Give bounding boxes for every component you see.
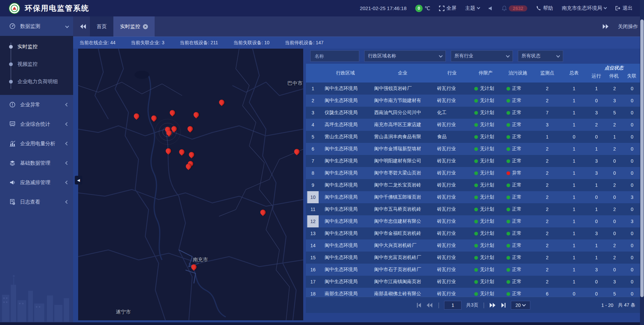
org-dropdown[interactable]: 南充市生态环境局 <box>562 5 606 11</box>
cell-region: 阆中生态环境局 <box>320 218 371 224</box>
cell-region: 阆中生态环境局 <box>320 86 371 92</box>
cell-running: 0 <box>587 279 605 284</box>
chevron-down-icon <box>65 24 69 28</box>
tabs-scroll-right-button[interactable] <box>602 24 609 29</box>
cell-facility-status: 正常 <box>502 146 534 152</box>
cell-lost: 0 <box>624 291 641 296</box>
cell-industry: 砖瓦行业 <box>434 218 470 224</box>
name-filter-input[interactable] <box>314 53 356 59</box>
cell-company: 阆中明阳建材有限公司 <box>371 158 435 164</box>
page-scrollbar[interactable] <box>640 0 644 325</box>
table-row[interactable]: 17阆中生态环境局阆中市江南镇阆南页岩砖瓦行业无计划正常21030 <box>306 276 641 288</box>
tab-realtime-monitor[interactable]: 实时监控 × <box>113 16 155 37</box>
table-row[interactable]: 1阆中生态环境局阆中强锐页岩砖厂砖瓦行业无计划正常21120 <box>306 83 641 95</box>
sidebar-item-2[interactable]: 企业综合统计 <box>0 114 73 134</box>
close-operations-button[interactable]: 关闭操作 <box>618 23 638 30</box>
cell-monitor-points: 2 <box>534 146 561 152</box>
table-row[interactable]: 9阆中生态环境局阆中市二龙长宝页岩砖砖瓦行业无计划正常21120 <box>306 179 641 191</box>
cell-industry: 砖瓦行业 <box>434 170 470 176</box>
cell-company: 阆中市枣碧大梁山页岩 <box>371 170 435 176</box>
sidebar-subitem-0-1[interactable]: 视频监控 <box>0 55 73 73</box>
logout-button[interactable]: 退出 <box>615 5 633 11</box>
cell-company: 西南油气田分公司川中 <box>371 110 435 116</box>
table-row[interactable]: 5营山生态环境局营山县润丰肉食品有限食品无计划正常10010 <box>306 131 641 143</box>
cell-halted: 0 <box>605 219 624 224</box>
sidebar-item-3[interactable]: 企业用电量分析 <box>0 134 73 153</box>
status-stat-3: 当前失联设备: 10 <box>233 40 269 46</box>
cell-running: 1 <box>587 255 605 260</box>
cell-industry: 砖瓦行业 <box>434 291 470 297</box>
table-row[interactable]: 6阆中生态环境局阆中市金博瑞新型墙材砖瓦行业无计划正常21120 <box>306 143 641 155</box>
cell-region: 高坪生态环境局 <box>320 122 371 128</box>
table-row[interactable]: 7阆中生态环境局阆中明阳建材有限公司砖瓦行业无计划正常21300 <box>306 155 641 167</box>
cell-stop-plan: 无计划 <box>470 170 502 176</box>
table-row[interactable]: 8阆中生态环境局阆中市枣碧大梁山页岩砖瓦行业无计划异常21300 <box>306 167 641 179</box>
tabs-scroll-left-button[interactable] <box>80 24 87 29</box>
notifications-button[interactable]: 2632 <box>502 5 527 11</box>
sidebar-item-1[interactable]: 企业异常 <box>0 95 73 114</box>
industry-filter-select[interactable]: 所有行业 <box>451 50 513 62</box>
cell-total-meter: 1 <box>560 146 587 152</box>
app-logo-icon <box>9 3 20 14</box>
table-row[interactable]: 2阆中生态环境局阆中市南方节能建材有砖瓦行业无计划正常21030 <box>306 95 641 107</box>
first-page-button[interactable] <box>416 303 422 308</box>
tab-close-icon[interactable]: × <box>143 24 148 29</box>
cell-industry: 砖瓦行业 <box>434 146 470 152</box>
double-chevron-left-icon <box>80 24 87 29</box>
page-number-input[interactable]: 1 <box>444 301 462 310</box>
sidebar-item-5[interactable]: 应急减排管理 <box>0 173 73 192</box>
name-filter-field[interactable] <box>310 50 359 62</box>
sidebar-item-0[interactable]: 数据监测 <box>0 16 73 36</box>
table-row[interactable]: 18南部生态环境局南部县砌佛土砖有限公砖瓦行业无计划正常60050 <box>306 288 641 297</box>
table-row[interactable]: 4高坪生态环境局南充市高坪区王家店建砖瓦行业无计划正常31220 <box>306 119 641 131</box>
pager-divider: | <box>483 302 485 309</box>
sidebar-subitem-0-0[interactable]: 实时监控 <box>0 38 73 55</box>
next-page-icon <box>489 303 496 308</box>
cell-stop-plan: 无计划 <box>470 255 502 261</box>
table-row[interactable]: 14阆中生态环境局阆中大兴页岩机砖厂砖瓦行业无计划正常21120 <box>306 239 641 252</box>
datetime-display: 2021-02-25 17:46:18 <box>360 5 407 11</box>
status-dot-icon <box>506 111 510 115</box>
table-row[interactable]: 11阆中生态环境局阆中市五马桥页岩机砖砖瓦行业无计划正常21120 <box>306 203 641 215</box>
map-panel[interactable]: 巴中市南充市遂宁市 <box>78 49 303 320</box>
double-chevron-right-icon <box>602 24 609 29</box>
map-collapse-button[interactable]: ◀ <box>75 176 82 184</box>
page-size-select[interactable]: 20 <box>511 301 530 310</box>
prev-page-button[interactable] <box>426 303 433 308</box>
megaphone-icon <box>9 179 16 185</box>
board-icon <box>9 121 16 127</box>
status-dot-icon <box>474 232 478 235</box>
region-filter-select[interactable]: 行政区域名称 <box>364 50 446 62</box>
tab-home[interactable]: 首页 <box>90 16 113 37</box>
cell-running: 1 <box>587 207 605 212</box>
status-dot-icon <box>506 183 510 187</box>
theme-dropdown[interactable]: 主题 <box>465 5 480 11</box>
table-row[interactable]: 16阆中生态环境局阆中市石子页岩机砖厂砖瓦行业无计划正常21300 <box>306 264 641 276</box>
bullet-dot-icon <box>9 80 13 84</box>
table-row[interactable]: 10阆中生态环境局阆中千佛镇五郎垭页岩砖瓦行业无计划正常21003 <box>306 191 641 203</box>
fullscreen-button[interactable]: 全屏 <box>439 5 457 11</box>
status-filter-select[interactable]: 所有状态 <box>518 50 563 62</box>
help-button[interactable]: 帮助 <box>536 5 553 11</box>
table-row[interactable]: 15阆中生态环境局阆中市光富页岩机砖厂砖瓦行业无计划正常21120 <box>306 252 641 264</box>
status-dot-icon <box>506 99 510 103</box>
table-row[interactable]: 13阆中生态环境局阆中市金福旺页岩机砖砖瓦行业无计划正常21300 <box>306 227 641 239</box>
cell-region: 阆中生态环境局 <box>320 182 371 188</box>
cell-index: 5 <box>306 131 320 143</box>
sidebar-item-4[interactable]: 基础数据管理 <box>0 153 73 173</box>
sidebar-subitem-0-2[interactable]: 企业电力负荷明细 <box>0 73 73 90</box>
cell-company: 阆中市光富页岩机砖厂 <box>371 255 435 261</box>
cell-running: 3 <box>587 110 605 115</box>
cell-index: 16 <box>306 264 320 276</box>
cell-halted: 0 <box>605 231 624 236</box>
pagination-bar: | 1 共3页 | 20 1 - 20 共 47 条 <box>306 297 641 313</box>
next-page-button[interactable] <box>489 303 496 308</box>
status-dot-icon <box>506 280 510 284</box>
table-row[interactable]: 3仪陇生态环境局西南油气田分公司川中化工无计划正常71350 <box>306 107 641 119</box>
mute-button[interactable] <box>488 6 493 11</box>
sidebar-item-6[interactable]: 日志查看 <box>0 192 73 212</box>
table-row[interactable]: 12阆中生态环境局阆中市忠信建材有限公砖瓦行业无计划正常21003 <box>306 215 641 227</box>
cell-facility-status: 正常 <box>502 122 534 128</box>
page-scrollbar-thumb[interactable] <box>640 19 644 297</box>
last-page-button[interactable] <box>501 303 506 308</box>
